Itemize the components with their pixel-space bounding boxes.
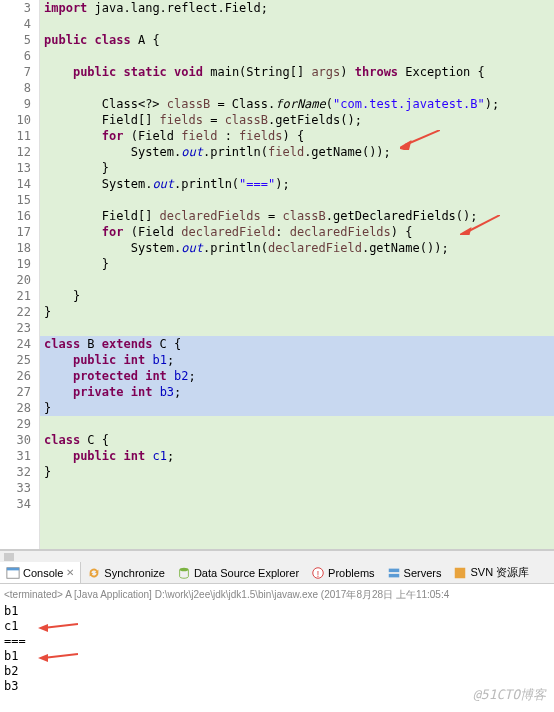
tab-problems[interactable]: ! Problems — [305, 562, 380, 583]
horizontal-scrollbar[interactable] — [0, 550, 554, 562]
svn-icon — [453, 566, 467, 580]
tab-servers[interactable]: Servers — [381, 562, 448, 583]
code-area[interactable]: import java.lang.reflect.Field;public cl… — [40, 0, 554, 549]
watermark: @51CTO博客 — [473, 686, 546, 704]
svg-marker-15 — [38, 654, 48, 662]
tab-data-source[interactable]: Data Source Explorer — [171, 562, 305, 583]
console-panel: <terminated> A [Java Application] D:\wor… — [0, 584, 554, 698]
console-icon — [6, 566, 20, 580]
console-output[interactable]: b1c1===b1b2b3 — [4, 604, 550, 694]
tab-label: Synchronize — [104, 567, 165, 579]
tab-console[interactable]: Console ✕ — [0, 562, 81, 583]
tab-label: Console — [23, 567, 63, 579]
annotation-arrow-1 — [400, 130, 440, 150]
tab-label: SVN 资源库 — [470, 565, 529, 580]
line-gutter: 3456789101112131415161718192021222324252… — [0, 0, 40, 549]
svg-rect-5 — [7, 567, 19, 570]
svg-marker-13 — [38, 624, 48, 632]
svg-text:!: ! — [317, 568, 319, 578]
servers-icon — [387, 566, 401, 580]
svg-rect-11 — [455, 567, 466, 578]
close-icon[interactable]: ✕ — [66, 567, 74, 578]
tab-label: Problems — [328, 567, 374, 579]
svg-line-12 — [43, 624, 78, 628]
svg-line-14 — [43, 654, 78, 658]
sync-icon — [87, 566, 101, 580]
annotation-arrow-2 — [460, 215, 500, 235]
svg-marker-3 — [460, 229, 470, 235]
svg-rect-9 — [388, 568, 399, 572]
svg-point-6 — [180, 567, 189, 571]
console-header: <terminated> A [Java Application] D:\wor… — [4, 588, 550, 602]
problems-icon: ! — [311, 566, 325, 580]
svg-rect-10 — [388, 573, 399, 577]
tab-label: Servers — [404, 567, 442, 579]
code-editor[interactable]: 3456789101112131415161718192021222324252… — [0, 0, 554, 550]
tab-synchronize[interactable]: Synchronize — [81, 562, 171, 583]
tab-svn[interactable]: SVN 资源库 — [447, 562, 535, 583]
svg-marker-1 — [400, 142, 410, 150]
datasource-icon — [177, 566, 191, 580]
panel-tabs: Console ✕ Synchronize Data Source Explor… — [0, 562, 554, 584]
tab-label: Data Source Explorer — [194, 567, 299, 579]
